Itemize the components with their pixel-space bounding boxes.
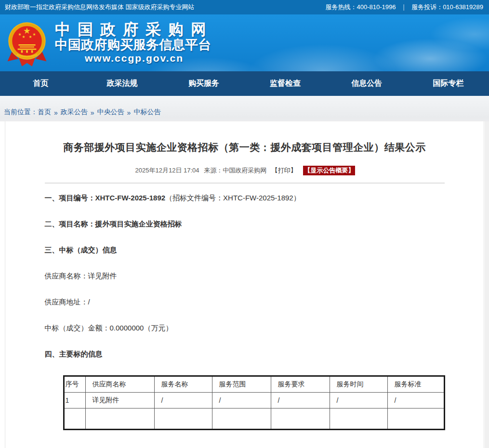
cell-empty — [85, 408, 154, 430]
paragraph-award-info-heading: 三、中标（成交）信息 — [45, 245, 445, 255]
breadcrumb-separator: » — [54, 109, 58, 117]
cell-service-std: / — [387, 393, 444, 408]
page: 财政部唯一指定政府采购信息网络发布媒体 国家级政府采购专业网站 服务热线：400… — [0, 0, 489, 448]
scrollbar-track[interactable] — [485, 121, 489, 448]
svg-text:★: ★ — [28, 35, 32, 39]
cell-service-scope: / — [212, 393, 271, 408]
bid-info-table: 序号 供应商名称 服务名称 服务范围 服务要求 服务时间 服务标准 1 详见附件… — [63, 375, 445, 430]
table-row — [64, 408, 444, 430]
show-summary-button[interactable]: 【显示公告概要】 — [303, 166, 355, 175]
col-header-service-scope: 服务范围 — [212, 376, 271, 393]
col-header-service-time: 服务时间 — [330, 376, 387, 393]
col-header-service-req: 服务要求 — [271, 376, 330, 393]
col-header-supplier: 供应商名称 — [85, 376, 154, 393]
cell-seq: 1 — [64, 393, 85, 408]
table-row: 1 详见附件 / / / / / — [64, 393, 444, 408]
paragraph-award-amount: 中标（成交）金额：0.0000000（万元） — [45, 323, 445, 333]
col-header-seq: 序号 — [64, 376, 85, 393]
topbar-contacts: 服务热线：400-810-1996 ｜ 服务投诉：010-63819289 — [325, 3, 483, 12]
article-meta: 2025年12月12日 17:04 来源：中国政府采购网 【打印】 【显示公告概… — [5, 166, 484, 175]
cell-service-req: / — [271, 393, 330, 408]
site-header: ★ ★ ★ ★ ★ 中国政府采购网 中国政府购买服务信息平台 www.ccgp.… — [0, 14, 489, 71]
breadcrumb-item-home[interactable]: 首页 — [38, 108, 51, 117]
site-subtitle: 中国政府购买服务信息平台 — [55, 38, 213, 52]
site-url: www.ccgp.gov.cn — [55, 52, 213, 65]
site-logo-text: 中国政府采购网 中国政府购买服务信息平台 www.ccgp.gov.cn — [55, 21, 213, 65]
paragraph-subject-info-heading: 四、主要标的信息 — [45, 349, 445, 359]
col-header-service-name: 服务名称 — [154, 376, 212, 393]
topbar: 财政部唯一指定政府采购信息网络发布媒体 国家级政府采购专业网站 服务热线：400… — [0, 0, 489, 14]
cell-empty — [387, 408, 444, 430]
paragraph-project-name: 二、项目名称：援外项目实施企业资格招标 — [45, 219, 445, 229]
svg-text:★: ★ — [32, 32, 36, 37]
main-nav: 首页 政采法规 购买服务 监督检查 信息公告 国际专栏 — [0, 71, 489, 96]
print-button[interactable]: 【打印】 — [272, 167, 297, 174]
paragraph-supplier-address: 供应商地址：/ — [45, 297, 445, 307]
topbar-slogan: 财政部唯一指定政府采购信息网络发布媒体 国家级政府采购专业网站 — [5, 3, 195, 12]
breadcrumb: 当前位置： 首页 » 政采公告 » 中央公告 » 中标公告 — [0, 96, 489, 121]
article-source: 来源：中国政府采购网 — [204, 167, 266, 174]
cell-service-time: / — [330, 393, 387, 408]
svg-text:★: ★ — [18, 32, 21, 37]
cell-empty — [330, 408, 387, 430]
breadcrumb-separator: » — [91, 109, 94, 117]
nav-item-laws[interactable]: 政采法规 — [81, 71, 163, 96]
cell-supplier: 详见附件 — [85, 393, 154, 408]
breadcrumb-separator: » — [127, 109, 131, 117]
paragraph-project-number: 一、项目编号：XHTC-FW-2025-1892（招标文件编号：XHTC-FW-… — [45, 193, 445, 203]
article-container: 商务部援外项目实施企业资格招标（第一类：援外成套项目管理企业）结果公示 2025… — [5, 121, 484, 448]
svg-text:★: ★ — [22, 35, 25, 39]
topbar-divider: ｜ — [400, 3, 407, 12]
national-emblem-icon: ★ ★ ★ ★ ★ — [6, 20, 48, 68]
article-datetime: 2025年12月12日 17:04 — [135, 167, 199, 174]
nav-item-notices[interactable]: 信息公告 — [326, 71, 408, 96]
breadcrumb-item-award[interactable]: 中标公告 — [133, 108, 160, 117]
article-title: 商务部援外项目实施企业资格招标（第一类：援外成套项目管理企业）结果公示 — [5, 121, 484, 154]
nav-item-services[interactable]: 购买服务 — [163, 71, 244, 96]
article-body: 一、项目编号：XHTC-FW-2025-1892（招标文件编号：XHTC-FW-… — [45, 184, 445, 430]
cell-empty — [64, 408, 85, 430]
nav-item-intl[interactable]: 国际专栏 — [408, 71, 489, 96]
breadcrumb-label: 当前位置： — [4, 108, 38, 117]
breadcrumb-item-central[interactable]: 中央公告 — [97, 108, 124, 117]
cell-empty — [154, 408, 212, 430]
nav-item-oversight[interactable]: 监督检查 — [245, 71, 326, 96]
col-header-service-std: 服务标准 — [387, 376, 444, 393]
nav-item-home[interactable]: 首页 — [0, 71, 81, 96]
cell-service-name: / — [154, 393, 212, 408]
service-hotline: 服务热线：400-810-1996 — [325, 3, 396, 12]
paragraph-supplier-name: 供应商名称：详见附件 — [45, 271, 445, 281]
table-header-row: 序号 供应商名称 服务名称 服务范围 服务要求 服务时间 服务标准 — [64, 376, 444, 393]
site-name: 中国政府采购网 — [55, 21, 213, 38]
service-complaint: 服务投诉：010-63819289 — [411, 3, 483, 12]
breadcrumb-item-announcements[interactable]: 政采公告 — [61, 108, 88, 117]
cell-empty — [271, 408, 330, 430]
cell-empty — [212, 408, 271, 430]
